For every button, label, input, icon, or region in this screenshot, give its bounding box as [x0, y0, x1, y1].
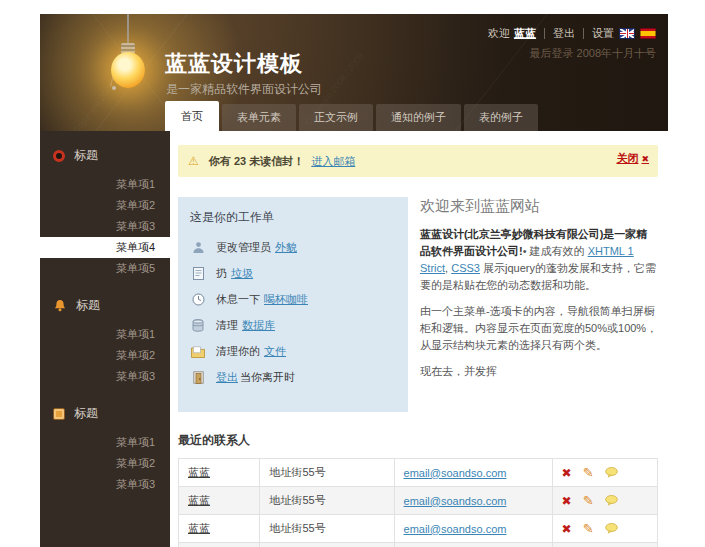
contact-name-link[interactable]: 蓝蓝: [188, 522, 210, 534]
contact-address: 地址街55号: [269, 522, 325, 534]
settings-link[interactable]: 设置: [592, 26, 614, 41]
tab-notification-example[interactable]: 通知的例子: [376, 104, 461, 131]
worklist-item-files: 清理你的 文件: [190, 344, 398, 359]
worklist-text: 当你离开时: [240, 370, 295, 385]
contact-email-link[interactable]: email@soandso.com: [404, 467, 507, 479]
delete-icon[interactable]: ✖: [562, 494, 572, 508]
worklist: 更改管理员 外貌 扔 垃圾: [190, 240, 398, 385]
logout-link[interactable]: 登出: [553, 26, 575, 41]
site-container: Copyright 2008 / 2009 Copyright 2008 / 2…: [40, 14, 668, 532]
edit-icon[interactable]: ✎: [583, 465, 594, 480]
tab-form-elements[interactable]: 表单元素: [222, 104, 296, 131]
unread-mail-alert: ⚠ 你有 23 未读信封！ 进入邮箱 关闭✖: [178, 145, 658, 177]
worklist-link-trash[interactable]: 垃圾: [231, 266, 253, 281]
sidebar-section-3-items: 菜单项1 菜单项2 菜单项3: [40, 432, 170, 495]
header: Copyright 2008 / 2009 Copyright 2008 / 2…: [40, 14, 668, 131]
sidebar-item-menu1[interactable]: 菜单项1: [40, 174, 170, 195]
sidebar-item-menu1[interactable]: 菜单项1: [40, 432, 170, 453]
contact-name-link[interactable]: 蓝蓝: [188, 494, 210, 506]
comment-icon[interactable]: [605, 467, 618, 480]
warning-icon: ⚠: [188, 154, 199, 168]
lightbulb-cord: [127, 14, 129, 44]
lightbulb-bead: [112, 86, 116, 90]
sidebar-item-menu2[interactable]: 菜单项2: [40, 453, 170, 474]
welcome-section: 欢迎来到蓝蓝网站 蓝蓝设计(北京兰亭妙微科技有限公司)是一家精品软件界面设计公司…: [408, 197, 658, 389]
contact-address: 地址街55号: [269, 466, 325, 478]
contact-address: 地址街55号: [269, 494, 325, 506]
contacts-table: 蓝蓝 地址街55号 email@soandso.com ✖ ✎ 蓝蓝 地址街55…: [178, 458, 658, 547]
tab-home[interactable]: 首页: [165, 101, 219, 131]
worklist-text: 扔: [216, 266, 227, 281]
edit-icon[interactable]: ✎: [583, 521, 594, 536]
sidebar-item-menu3[interactable]: 菜单项3: [40, 216, 170, 237]
worklist-link-database[interactable]: 数据库: [242, 318, 275, 333]
last-login-text: 最后登录 2008年十月十号: [529, 46, 656, 61]
close-label[interactable]: 关闭: [616, 152, 638, 164]
comment-icon[interactable]: [605, 495, 618, 508]
css3-link[interactable]: CSS3: [451, 262, 480, 274]
edit-icon[interactable]: ✎: [583, 493, 594, 508]
divider: [544, 28, 545, 39]
worklist-item-database: 清理 数据库: [190, 318, 398, 333]
worklist-text: 休息一下: [216, 292, 260, 307]
sidebar-item-menu5[interactable]: 菜单项5: [40, 258, 170, 279]
welcome-label: 欢迎: [488, 26, 510, 41]
delete-icon[interactable]: ✖: [562, 466, 572, 480]
welcome-heading: 欢迎来到蓝蓝网站: [420, 197, 658, 216]
worklist-text: 清理: [216, 318, 238, 333]
alert-close-button[interactable]: 关闭✖: [616, 151, 649, 166]
go-to-mailbox-link[interactable]: 进入邮箱: [311, 155, 355, 167]
welcome-text: • 建成有效的: [523, 245, 588, 257]
sidebar-section-2-items: 菜单项1 菜单项2 菜单项3: [40, 324, 170, 387]
site-subtitle: 是一家精品软件界面设计公司: [166, 81, 322, 98]
worklist-link-appearance[interactable]: 外貌: [275, 240, 297, 255]
worklist-text: 更改管理员: [216, 240, 271, 255]
tab-table-example[interactable]: 表的例子: [464, 104, 538, 131]
worklist-item-trash: 扔 垃圾: [190, 266, 398, 281]
sidebar-item-menu2[interactable]: 菜单项2: [40, 345, 170, 366]
lightbulb-icon: [111, 52, 145, 88]
user-bar: 欢迎 蓝蓝 登出 设置: [488, 26, 656, 41]
section-title: 标题: [74, 147, 98, 164]
contact-email-link[interactable]: email@soandso.com: [404, 523, 507, 535]
sidebar-item-menu4-active[interactable]: 菜单项4: [40, 237, 170, 258]
user-icon: [190, 241, 206, 255]
table-row: 蓝蓝 地址街55号 email@soandso.com ✖ ✎: [179, 515, 658, 543]
sidebar-item-menu3[interactable]: 菜单项3: [40, 366, 170, 387]
spain-flag-icon[interactable]: [640, 28, 656, 39]
contacts-heading: 最近的联系人: [178, 432, 658, 449]
welcome-paragraph-3: 现在去，并发挥: [420, 363, 658, 380]
logout-door-icon: [190, 371, 206, 385]
note-icon: [190, 267, 206, 281]
divider: [583, 28, 584, 39]
tab-text-example[interactable]: 正文示例: [299, 104, 373, 131]
sidebar-section-3-header: 标题: [40, 405, 170, 422]
sidebar-item-menu1[interactable]: 菜单项1: [40, 324, 170, 345]
sidebar-item-menu3[interactable]: 菜单项3: [40, 474, 170, 495]
table-row: 蓝蓝 地址街55号 email@soandso.com ✖ ✎: [179, 543, 658, 547]
delete-icon[interactable]: ✖: [562, 522, 572, 536]
worklist-link-files[interactable]: 文件: [264, 344, 286, 359]
table-row: 蓝蓝 地址街55号 email@soandso.com ✖ ✎: [179, 459, 658, 487]
worklist-title: 这是你的工作单: [190, 209, 398, 226]
worklist-panel: 这是你的工作单 更改管理员 外貌: [178, 197, 408, 412]
close-x-icon[interactable]: ✖: [641, 154, 649, 164]
recent-contacts-section: 最近的联系人 蓝蓝 地址街55号 email@soandso.com ✖ ✎ 蓝…: [178, 432, 658, 547]
username-link[interactable]: 蓝蓝: [514, 26, 536, 41]
welcome-paragraph-2: 由一个主菜单-选项卡的内容，导航很简单扫屏橱柜和逻辑。内容显示在页面宽度的50%…: [420, 303, 658, 354]
folder-icon: [190, 345, 206, 359]
contact-name-link[interactable]: 蓝蓝: [188, 466, 210, 478]
sidebar: 标题 菜单项1 菜单项2 菜单项3 菜单项4 菜单项5 标题 菜单项1 菜单项2…: [40, 131, 170, 547]
sidebar-item-menu2[interactable]: 菜单项2: [40, 195, 170, 216]
sidebar-section-2-header: 标题: [40, 297, 170, 314]
worklist-item-admin: 更改管理员 外貌: [190, 240, 398, 255]
database-icon: [190, 319, 206, 333]
section-title: 标题: [74, 405, 98, 422]
uk-flag-icon[interactable]: [619, 28, 635, 39]
page-body: 标题 菜单项1 菜单项2 菜单项3 菜单项4 菜单项5 标题 菜单项1 菜单项2…: [40, 131, 668, 547]
worklist-link-logout[interactable]: 登出: [216, 370, 238, 385]
alert-text: 你有 23 未读信封！: [209, 155, 304, 167]
contact-email-link[interactable]: email@soandso.com: [404, 495, 507, 507]
worklist-link-coffee[interactable]: 喝杯咖啡: [264, 292, 308, 307]
comment-icon[interactable]: [605, 523, 618, 536]
